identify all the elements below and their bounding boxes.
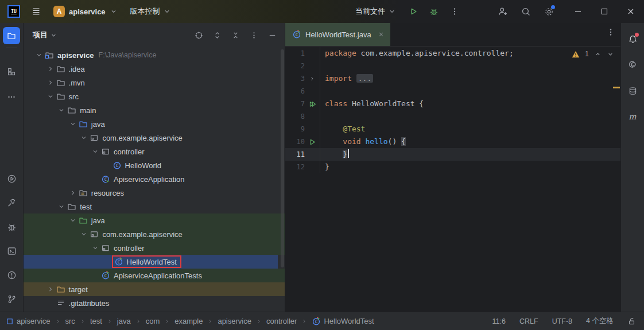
chevron-down-icon[interactable] [90,244,100,252]
breadcrumb-item[interactable]: apiservice [6,317,51,325]
tree-item[interactable]: CHelloWorld [24,158,285,172]
fold-gutter-icon[interactable] [305,72,320,85]
toolwindow-button-problems[interactable] [3,266,20,284]
hide-button[interactable] [265,28,279,42]
debug-button[interactable] [426,3,442,20]
toolwindow-button-ai-assistant[interactable] [624,56,641,73]
readonly-lock-icon[interactable] [627,317,636,325]
tree-item[interactable]: CApiserviceApplication [24,172,285,186]
main-menu-button[interactable] [28,3,44,20]
warning-count: 1 [585,50,589,58]
project-tree-scrollbar[interactable] [281,49,284,267]
toolwindow-button-project-folder[interactable] [3,27,20,44]
tree-item[interactable]: CHelloWorldTest [24,255,278,269]
breadcrumb-item[interactable]: example [174,317,203,325]
toolwindow-button-structure[interactable] [3,63,20,80]
toolwindow-button-database[interactable] [624,82,641,99]
chevron-down-icon[interactable] [56,106,67,114]
toolwindow-button-notifications[interactable] [624,30,641,48]
code-with-me-button[interactable] [495,3,511,20]
more-vertical-button[interactable] [247,28,261,42]
chevron-right-icon[interactable] [68,189,78,197]
more-vertical-icon [450,7,459,16]
tree-item[interactable]: java [24,117,285,131]
tab-list-more-button[interactable] [606,28,615,37]
chevron-down-icon[interactable] [79,230,89,238]
search-everywhere-button[interactable] [518,3,534,20]
tree-item[interactable]: target [24,282,285,296]
next-problem-button[interactable] [607,51,614,58]
window-minimize-button[interactable] [565,0,591,23]
project-view-selector[interactable]: 项目 [33,30,57,40]
breadcrumb-separator-icon [79,318,86,325]
tree-item[interactable]: test [24,200,285,213]
breadcrumb-item[interactable]: java [117,317,131,325]
tree-item[interactable]: java [24,213,285,227]
window-maximize-button[interactable] [591,0,618,23]
code-editor[interactable]: 1 1package com.example.apiservice.contro… [285,47,621,312]
tree-item[interactable]: main [24,103,285,117]
run-icon [7,174,17,184]
locate-button[interactable] [192,28,205,42]
more-actions-button[interactable] [447,3,463,20]
tree-item[interactable]: .mvn [24,76,285,90]
chevron-right-icon[interactable] [45,65,56,73]
run-button[interactable] [405,3,421,20]
tab-close-icon[interactable] [378,31,385,38]
collapse-all-button[interactable] [228,28,242,42]
run-method-gutter-icon[interactable] [305,135,320,148]
settings-button[interactable] [541,3,557,20]
breadcrumb-item[interactable]: CHelloWorldTest [312,317,374,326]
project-widget[interactable]: A apiservice [51,3,120,20]
toolwindow-button-more-horizontal[interactable] [3,88,20,106]
tree-item[interactable]: controller [24,145,285,158]
breadcrumb-item[interactable]: controller [266,317,297,325]
chevron-right-icon[interactable] [45,79,56,87]
breadcrumb-separator-icon [255,318,262,325]
tree-item[interactable]: controller [24,241,285,255]
vcs-menu-button[interactable]: 版本控制 [128,3,173,20]
tree-item[interactable]: CApiserviceApplicationTests [24,269,285,282]
encoding-widget[interactable]: UTF-8 [552,317,572,325]
breadcrumb-separator-icon [106,318,113,325]
line-separator-widget[interactable]: CRLF [519,317,538,325]
tree-item[interactable]: .gitattributes [24,296,285,310]
tree-item[interactable]: resources [24,186,285,200]
chevron-down-icon[interactable] [45,92,56,100]
toolwindow-button-terminal[interactable] [3,242,20,259]
toolwindow-button-run[interactable] [3,170,20,187]
indent-widget[interactable]: 4 个空格 [586,316,614,326]
toolwindow-button-version-control[interactable] [3,290,20,308]
toolwindow-button-build-hammer[interactable] [3,194,20,211]
database-icon [628,86,638,96]
tree-item[interactable]: com.example.apiservice [24,131,285,145]
breadcrumb-item[interactable]: src [65,317,75,325]
chevron-down-icon[interactable] [68,216,78,224]
chevron-down-icon[interactable] [56,203,67,211]
editor-tab-helloworldtest[interactable]: C HelloWorldTest.java [285,23,390,46]
line-number: 1 [285,47,305,60]
warning-stripe-mark[interactable] [613,87,620,88]
run-configuration-selector[interactable]: 当前文件 [353,3,398,20]
tree-item[interactable]: src [24,90,285,103]
expand-all-button[interactable] [210,28,224,42]
tree-item[interactable]: .idea [24,62,285,76]
caret-position-widget[interactable]: 11:6 [492,317,506,325]
previous-problem-button[interactable] [594,51,602,58]
tree-item[interactable]: apiserviceF:\Java\apiservice [24,48,285,62]
window-close-button[interactable] [618,0,644,23]
tree-item[interactable]: com.example.apiservice [24,227,285,241]
toolwindow-button-maven[interactable]: m [624,108,641,125]
project-panel-header: 项目 [24,23,285,47]
run-class-gutter-icon[interactable] [305,98,320,110]
chevron-down-icon[interactable] [34,51,44,59]
chevron-right-icon[interactable] [45,285,56,293]
chevron-down-icon[interactable] [90,147,100,156]
breadcrumb-item[interactable]: test [90,317,102,325]
breadcrumb-item[interactable]: com [146,317,160,325]
chevron-down-icon[interactable] [68,120,78,128]
breadcrumb-item[interactable]: apiservice [218,317,251,325]
expand-all-icon [213,31,222,40]
chevron-down-icon[interactable] [79,134,89,142]
toolwindow-button-debug-bug[interactable] [3,218,20,235]
